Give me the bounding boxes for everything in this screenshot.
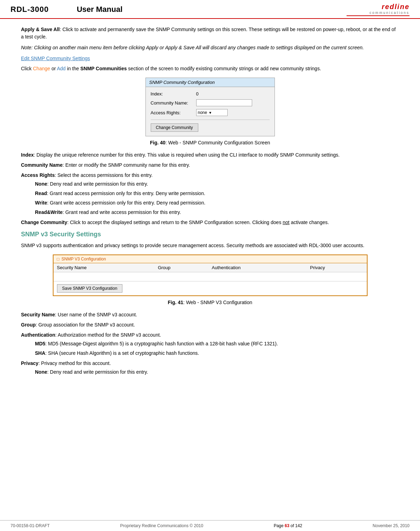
community-name-desc-bold: Community Name (21, 162, 63, 168)
edit-intro-end: section of the screen to modify existing… (127, 66, 321, 71)
logo-brand: redline (382, 3, 410, 11)
index-desc-para: Index: Display the unique reference numb… (21, 151, 399, 159)
v3-config-title-text: SNMP V3 Configuration (62, 257, 106, 261)
index-desc: : Display the unique reference number fo… (34, 152, 340, 158)
page-mid: of (289, 523, 295, 528)
main-content: Apply & Save All: Click to activate and … (0, 19, 420, 385)
access-rights-desc-para: Access Rights: Select the access permiss… (21, 172, 399, 179)
none2-bold: None (35, 369, 47, 375)
sha-bold: SHA (35, 350, 45, 356)
access-rights-desc: : Select the access permissions for this… (55, 172, 152, 178)
snmpv3-intro: SNMP v3 supports authentication and priv… (21, 242, 399, 249)
v3-col-security: Security Name (54, 263, 155, 272)
fig41-text: : Web - SNMP V3 Configuration (183, 300, 252, 305)
footer-date: November 25, 2010 (373, 523, 410, 528)
logo-line (347, 15, 410, 16)
security-name-desc: : User name of the SNMP v3 account. (55, 312, 137, 317)
read-desc: : Grant read access permission only for … (47, 191, 205, 196)
dropdown-arrow-icon: ▼ (208, 111, 212, 115)
read-bold: Read (35, 191, 47, 196)
write-bold: Write (35, 200, 47, 206)
group-bold: Group (21, 322, 36, 328)
add-link: Add (57, 66, 66, 71)
edit-intro-para: Click Change or Add in the SNMP Communit… (21, 65, 399, 72)
change-community-desc-para: Change Community: Click to accept the di… (21, 219, 399, 226)
fig41-bold: Fig. 41 (168, 300, 183, 305)
fig40-caption: Fig. 40: Web - SNMP Community Configurat… (21, 139, 399, 146)
index-row: Index: 0 (151, 91, 270, 96)
v3-config-box: □ SNMP V3 Configuration Security Name Gr… (53, 254, 368, 296)
change-community-end: activate changes. (290, 220, 329, 225)
edit-intro-post: in the (66, 66, 80, 71)
security-name-desc-para: Security Name: User name of the SNMP v3 … (21, 311, 399, 318)
community-name-input[interactable] (196, 99, 252, 106)
sha-desc: : SHA (secure Hash Algorithm) is a set o… (45, 350, 199, 356)
edit-snmp-heading: Edit SNMP Community Settings (21, 55, 399, 62)
auth-desc: : Authorization method for the SNMP v3 a… (55, 332, 161, 338)
snmpv3-heading: SNMP v3 Security Settings (21, 230, 399, 239)
security-name-bold: Security Name (21, 312, 55, 317)
config-divider (151, 120, 270, 120)
footer-page: Page 63 of 142 (274, 523, 302, 528)
community-name-desc: : Enter or modify the SNMP community nam… (63, 162, 190, 168)
v3-table-row (54, 272, 367, 281)
apply-save-text: : Click to activate and permanently save… (21, 27, 396, 40)
auth-desc-para: Authentication: Authorization method for… (21, 331, 399, 339)
save-snmpv3-button[interactable]: Save SNMP V3 Configuration (57, 284, 123, 293)
page-footer: 70-00158-01-DRAFT Proprietary Redline Co… (0, 520, 420, 531)
page-number: 63 (285, 523, 289, 528)
auth-bold: Authentication (21, 332, 55, 338)
access-rights-select[interactable]: none ▼ (196, 109, 228, 116)
page-total: 142 (295, 523, 302, 528)
access-rights-value: none (198, 110, 207, 115)
change-community-desc: : Click to accept the displayed settings… (67, 220, 283, 225)
v3-table: Security Name Group Authentication Priva… (54, 263, 367, 281)
note-para: Note: Clicking on another main menu item… (21, 44, 399, 51)
md5-item: MD5: MD5 (Message-Digest algorithm 5) is… (35, 340, 399, 347)
community-config-title: SNMP Community Configuration (146, 78, 275, 87)
apply-save-para: Apply & Save All: Click to activate and … (21, 26, 399, 41)
none-item: None: Deny read and write permission for… (35, 180, 399, 188)
readwrite-desc: : Grant read and write access permission… (63, 209, 181, 215)
index-value: 0 (196, 91, 199, 96)
read-item: Read: Grant read access permission only … (35, 190, 399, 197)
change-community-btn-row: Change Community (151, 123, 270, 132)
community-config-container: SNMP Community Configuration Index: 0 Co… (21, 78, 399, 136)
sha-item: SHA: SHA (secure Hash Algorithm) is a se… (35, 350, 399, 357)
privacy-bold: Privacy (21, 360, 38, 366)
change-community-button[interactable]: Change Community (151, 123, 198, 132)
edit-or: or (50, 66, 57, 71)
v3-btn-row: Save SNMP V3 Configuration (54, 281, 367, 295)
fig40-bold: Fig. 40: Web - SNMP Community Configurat… (150, 140, 270, 145)
v3-title-icon: □ (57, 257, 59, 261)
readwrite-item: Read&Write: Grant read and write access … (35, 209, 399, 216)
footer-doc-id: 70-00158-01-DRAFT (10, 523, 50, 528)
community-name-row: Community Name: (151, 99, 270, 106)
community-name-desc-para: Community Name: Enter or modify the SNMP… (21, 162, 399, 169)
privacy-desc: : Privacy method for this account. (38, 360, 111, 366)
logo-sub: communications (370, 11, 410, 15)
md5-bold: MD5 (35, 341, 45, 346)
edit-intro-pre: Click (21, 66, 33, 71)
access-rights-row: Access Rights: none ▼ (151, 109, 270, 116)
logo-area: redline communications (347, 3, 410, 16)
v3-table-header: Security Name Group Authentication Priva… (54, 263, 367, 272)
v3-col-auth: Authentication (208, 263, 306, 272)
v3-cell-privacy (307, 272, 367, 281)
group-desc: : Group association for the SNMP v3 acco… (36, 322, 135, 328)
v3-cell-group (154, 272, 208, 281)
write-desc: : Grant write access permission only for… (47, 200, 206, 206)
access-rights-desc-bold: Access Rights (21, 172, 55, 178)
v3-config-container: □ SNMP V3 Configuration Security Name Gr… (21, 254, 399, 296)
none2-desc: : Deny read and write permission for thi… (47, 369, 148, 375)
change-community-desc-bold: Change Community (21, 220, 67, 225)
footer-copyright: Proprietary Redline Communications © 201… (120, 523, 204, 528)
index-desc-bold: Index (21, 152, 34, 158)
readwrite-bold: Read&Write (35, 209, 63, 215)
privacy-desc-para: Privacy: Privacy method for this account… (21, 360, 399, 367)
v3-cell-auth (208, 272, 306, 281)
community-config-body: Index: 0 Community Name: Access Rights: … (146, 87, 275, 136)
community-name-label: Community Name: (151, 100, 196, 106)
change-community-underline: not (283, 220, 289, 225)
change-link: Change (33, 66, 50, 71)
